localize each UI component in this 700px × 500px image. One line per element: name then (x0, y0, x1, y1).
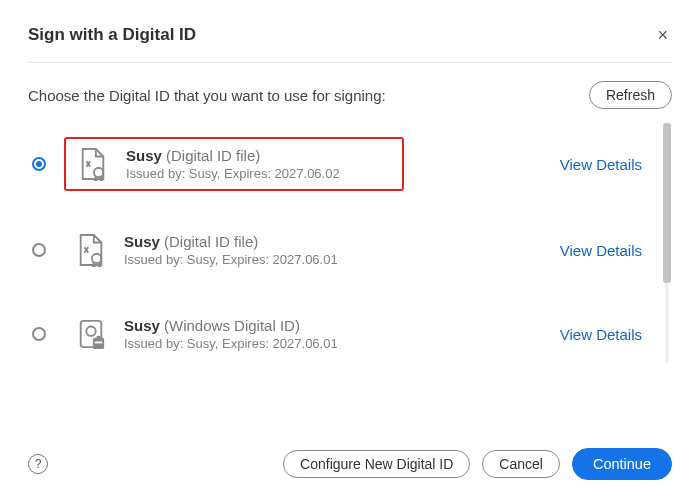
dialog-title: Sign with a Digital ID (28, 25, 196, 45)
digital-id-type: (Windows Digital ID) (164, 317, 300, 334)
digital-id-type: (Digital ID file) (164, 233, 258, 250)
digital-id-type: (Digital ID file) (166, 147, 260, 164)
radio-unselected[interactable] (32, 243, 46, 257)
divider (28, 62, 672, 63)
help-icon[interactable]: ? (28, 454, 48, 474)
svg-point-1 (92, 254, 101, 263)
refresh-button[interactable]: Refresh (589, 81, 672, 109)
svg-point-0 (94, 168, 103, 177)
digital-id-title: Susy (Digital ID file) (126, 147, 340, 164)
certificate-store-icon (76, 317, 106, 351)
digital-id-item[interactable]: Susy (Digital ID file) Issued by: Susy, … (28, 123, 658, 205)
digital-id-issuer: Issued by: Susy, Expires: 2027.06.02 (126, 166, 340, 181)
certificate-file-icon (76, 233, 106, 267)
svg-point-3 (86, 327, 95, 336)
digital-id-issuer: Issued by: Susy, Expires: 2027.06.01 (124, 336, 338, 351)
continue-button[interactable]: Continue (572, 448, 672, 480)
digital-id-title: Susy (Digital ID file) (124, 233, 338, 250)
view-details-link[interactable]: View Details (560, 326, 642, 343)
digital-id-item[interactable]: Susy (Windows Digital ID) Issued by: Sus… (28, 295, 658, 363)
digital-id-title: Susy (Windows Digital ID) (124, 317, 338, 334)
view-details-link[interactable]: View Details (560, 156, 642, 173)
digital-id-name: Susy (124, 317, 160, 334)
digital-id-name: Susy (126, 147, 162, 164)
instruction-text: Choose the Digital ID that you want to u… (28, 87, 386, 104)
radio-selected[interactable] (32, 157, 46, 171)
digital-id-item[interactable]: Susy (Digital ID file) Issued by: Susy, … (28, 211, 658, 289)
radio-unselected[interactable] (32, 327, 46, 341)
digital-id-issuer: Issued by: Susy, Expires: 2027.06.01 (124, 252, 338, 267)
configure-new-id-button[interactable]: Configure New Digital ID (283, 450, 470, 478)
svg-rect-5 (97, 336, 101, 340)
svg-rect-6 (95, 342, 103, 344)
digital-id-list: Susy (Digital ID file) Issued by: Susy, … (28, 123, 658, 363)
scrollbar-thumb[interactable] (663, 123, 671, 283)
close-icon[interactable]: × (653, 22, 672, 48)
view-details-link[interactable]: View Details (560, 242, 642, 259)
digital-id-name: Susy (124, 233, 160, 250)
certificate-file-icon (78, 147, 108, 181)
cancel-button[interactable]: Cancel (482, 450, 560, 478)
scrollbar[interactable] (662, 123, 672, 363)
